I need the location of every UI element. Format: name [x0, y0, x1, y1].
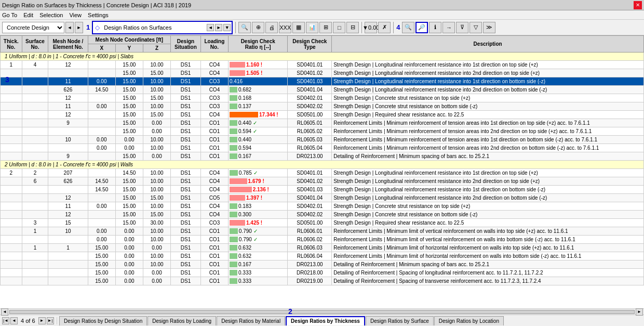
- tb-filter2-btn[interactable]: ⊽: [456, 22, 468, 33]
- cell-thick-no: [1, 127, 22, 136]
- table-row[interactable]: 110.0015.0010.00DS1CO30.137SD0402.02Stre…: [1, 102, 644, 111]
- cell-ratio: 17.344 !: [229, 111, 288, 119]
- table-row[interactable]: 1100.000.0010.00DS1CO10.790 ✓RL0606.01Re…: [1, 227, 644, 236]
- scroll-left-btn[interactable]: ◄: [1, 308, 8, 316]
- h-scrollbar[interactable]: ◄ ►: [0, 308, 644, 315]
- cell-check-type: DR0218.00: [288, 269, 332, 277]
- table-row[interactable]: 141215.0010.00DS1CO41.160 !SD0401.01Stre…: [1, 61, 644, 69]
- tb-btn-1[interactable]: 🔍: [238, 22, 251, 33]
- table-row[interactable]: 1215.0015.00DS1CO40.300SD0402.02Strength…: [1, 211, 644, 219]
- table-row[interactable]: 1215.0015.00DS1CO417.344 !SD0501.00Stren…: [1, 111, 644, 119]
- table-container[interactable]: Thick.No. SurfaceNo. Mesh Node /Element …: [0, 35, 644, 315]
- view-prev-arrow[interactable]: ◄: [207, 24, 214, 31]
- cell-x: 15.00: [88, 244, 115, 252]
- table-row[interactable]: 14.5015.0010.00DS1CO42.136 !SD0401.03Str…: [1, 186, 644, 194]
- tb-search-btn[interactable]: 🔍: [402, 22, 414, 33]
- cell-thick-no: [1, 202, 22, 211]
- cell-surface-no: [22, 69, 48, 77]
- tb-btn-5[interactable]: ▦: [292, 22, 305, 33]
- cell-y: 0.00: [115, 252, 143, 260]
- nav-next-btn[interactable]: ►: [75, 22, 83, 33]
- cell-design-sit: DS1: [171, 69, 201, 77]
- cell-z: 10.00: [143, 236, 170, 244]
- cell-x: 0.00: [88, 236, 115, 244]
- table-row[interactable]: 1215.0015.00DS1CO30.168SD0402.01Strength…: [1, 94, 644, 102]
- tb-hide-btn[interactable]: ✗: [378, 22, 391, 33]
- tb-info-btn[interactable]: ℹ: [429, 22, 441, 33]
- scroll-track[interactable]: [9, 310, 635, 314]
- view-combo-input[interactable]: [102, 22, 206, 33]
- view-dropdown-arrow[interactable]: ▼: [223, 24, 231, 31]
- page-next-btn[interactable]: ►: [38, 317, 46, 324]
- cell-loading-no: CO4: [200, 202, 228, 211]
- tb-filter-btn[interactable]: ▼0.00: [365, 22, 377, 33]
- cell-thick-no: [1, 152, 22, 161]
- view-next-arrow[interactable]: ►: [215, 24, 222, 31]
- table-row[interactable]: 62614.5015.0010.00DS1CO40.682SD0401.04St…: [1, 86, 644, 94]
- tb-btn-4[interactable]: XXX: [279, 22, 291, 33]
- cell-mesh-node: [48, 69, 88, 77]
- sheet-tab-design-ratios-by-loading[interactable]: Design Ratios by Loading: [147, 316, 216, 325]
- table-row[interactable]: 15.000.0010.00DS1CO10.167DR0213.00Detail…: [1, 260, 644, 269]
- table-row[interactable]: 15.000.0010.00DS1CO10.632RL0606.04Reinfo…: [1, 252, 644, 260]
- cell-loading-no: CO4: [200, 186, 228, 194]
- table-row[interactable]: 1215.0015.00DS1CO51.397 !SD0401.04Streng…: [1, 194, 644, 202]
- table-row[interactable]: 915.000.00DS1CO10.167DR0213.00Detailing …: [1, 152, 644, 161]
- scroll-right-btn[interactable]: ►: [636, 308, 643, 316]
- nav-prev-btn[interactable]: ◄: [65, 22, 74, 33]
- module-combo[interactable]: Concrete Design: [2, 22, 64, 33]
- table-row[interactable]: 662614.5015.0010.00DS1CO41.679 !SD0401.0…: [1, 177, 644, 186]
- sheet-tab-design-ratios-by-material[interactable]: Design Ratios by Material: [217, 316, 285, 325]
- sheet-tab-design-ratios-by-design-situation[interactable]: Design Ratios by Design Situation: [59, 316, 147, 325]
- page-prev-btn[interactable]: ◄: [10, 317, 18, 324]
- cell-y: 0.00: [115, 144, 143, 152]
- tb-btn-6[interactable]: 📊: [306, 22, 318, 33]
- sheet-tab-design-ratios-by-thickness[interactable]: Design Ratios by Thickness: [286, 316, 365, 325]
- cell-x: 0.00: [88, 144, 115, 152]
- cell-ratio: 0.440: [229, 136, 288, 144]
- close-button[interactable]: ✕: [634, 1, 642, 9]
- tb-arrow-btn[interactable]: →: [442, 22, 455, 33]
- tb-filter3-btn[interactable]: ▽: [469, 22, 482, 33]
- table-row[interactable]: 15.000.000.00DS1CO10.333DR0218.00Detaili…: [1, 269, 644, 277]
- menu-view[interactable]: View: [69, 12, 82, 18]
- sheet-tab-design-ratios-by-location[interactable]: Design Ratios by Location: [434, 316, 504, 325]
- page-first-btn[interactable]: |◄: [2, 317, 9, 324]
- table-row[interactable]: 15.000.000.00DS1CO10.333DR0219.00Detaili…: [1, 277, 644, 285]
- sheet-tab-design-ratios-by-surface[interactable]: Design Ratios by Surface: [366, 316, 434, 325]
- cell-design-sit: DS1: [171, 94, 201, 102]
- cell-description: Strength Design | Longitudinal reinforce…: [332, 61, 644, 69]
- tb-btn-2[interactable]: ⊕: [252, 22, 264, 33]
- tb-btn-9[interactable]: ⊟: [346, 22, 359, 33]
- table-row[interactable]: 110.0015.0010.00DS1CO30.416SD0401.03Stre…: [1, 77, 644, 86]
- annotation-3: 3: [5, 75, 9, 84]
- table-row[interactable]: 2220714.5010.00DS1CO40.785 ✓SD0401.01Str…: [1, 169, 644, 177]
- tb-btn-8[interactable]: □: [333, 22, 345, 33]
- table-row[interactable]: 15.0015.00DS1CO41.505 !SD0401.02Strength…: [1, 69, 644, 77]
- table-row[interactable]: 0.000.0010.00DS1CO10.594RL0605.04Reinfor…: [1, 144, 644, 152]
- cell-ratio: 1.425 !: [229, 219, 288, 227]
- tb-more-btn[interactable]: ≫: [483, 22, 495, 33]
- cell-z: 15.00: [143, 69, 170, 77]
- table-row[interactable]: 31515.0030.00DS1CO31.425 !SD0501.00Stren…: [1, 219, 644, 227]
- menu-settings[interactable]: Settings: [88, 12, 109, 18]
- table-row[interactable]: 110.0015.0010.00DS1CO40.183SD0402.01Stre…: [1, 202, 644, 211]
- cell-mesh-node: [48, 144, 88, 152]
- cell-surface-no: 6: [22, 177, 48, 186]
- table-row[interactable]: 915.000.00DS1CO10.440 ✓RL0605.01Reinforc…: [1, 119, 644, 127]
- table-row[interactable]: 15.000.00DS1CO10.594 ✓RL0605.02Reinforce…: [1, 127, 644, 136]
- page-last-btn[interactable]: ►|: [47, 317, 54, 324]
- cell-design-sit: DS1: [171, 194, 201, 202]
- tb-btn-7[interactable]: ⊞: [319, 22, 332, 33]
- menu-goto[interactable]: Go To: [2, 12, 17, 18]
- table-row[interactable]: 0.000.0010.00DS1CO10.790 ✓RL0606.02Reinf…: [1, 236, 644, 244]
- cell-x: 15.00: [88, 277, 115, 285]
- menu-selection[interactable]: Selection: [39, 12, 63, 18]
- tb-btn-3[interactable]: 🖨: [265, 22, 278, 33]
- cell-design-sit: DS1: [171, 77, 201, 86]
- tb-highlight-btn[interactable]: 🔎: [415, 22, 428, 33]
- table-row[interactable]: 1115.000.000.00DS1CO10.632RL0606.03Reinf…: [1, 244, 644, 252]
- cell-loading-no: CO3: [200, 94, 228, 102]
- table-row[interactable]: 100.000.0010.00DS1CO10.440RL0605.03Reinf…: [1, 136, 644, 144]
- menu-edit[interactable]: Edit: [23, 12, 33, 18]
